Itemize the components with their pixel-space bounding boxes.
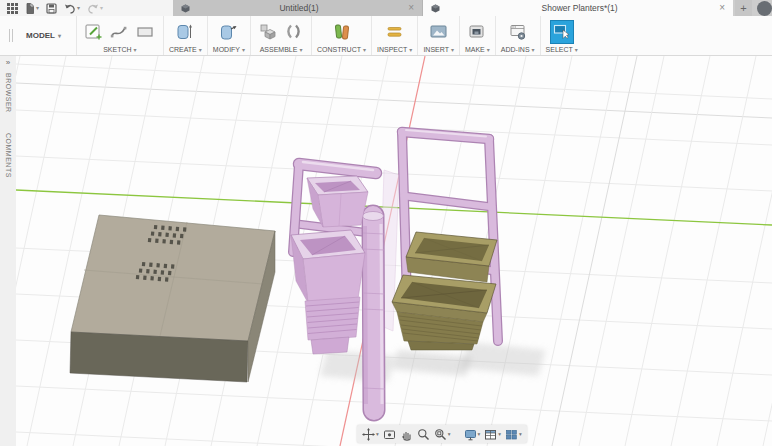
spline-button[interactable] [108,20,132,44]
redo-button[interactable]: ▾ [87,3,103,14]
tab-shower-planters[interactable]: Shower Planters*(1) × [423,0,733,16]
insert-image-button[interactable] [427,20,451,44]
group-sketch: SKETCH ▾ [76,16,163,55]
layout-grid-icon [484,428,497,441]
body-gray-drainage-tray[interactable] [70,215,275,382]
construction-plane-button[interactable] [330,20,354,44]
3d-print-icon [466,21,488,43]
scripts-addins-icon [507,21,529,43]
left-panel-rail: » BROWSER COMMENTS [0,56,16,446]
workspace-label: MODEL [26,31,55,40]
dropdown-caret: ▾ [448,431,451,437]
plus-icon: + [740,2,746,14]
group-insert: INSERT ▾ [417,16,459,55]
group-label-make[interactable]: MAKE ▾ [465,46,490,53]
select-button[interactable] [550,20,574,44]
zoom-button[interactable] [417,428,430,441]
pan-button[interactable] [400,428,413,441]
app-menu-button[interactable] [7,3,18,14]
dropdown-caret: ▾ [478,431,481,437]
tab-title: Untitled(1) [195,3,403,13]
dropdown-caret: ▾ [363,47,366,53]
group-label-add-ins[interactable]: ADD-INS ▾ [501,46,535,53]
create-form-icon [174,21,196,43]
group-make: MAKE ▾ [459,16,495,55]
display-settings-icon [464,428,477,441]
press-pull-button[interactable] [217,20,241,44]
fit-button[interactable]: ▾ [434,428,451,441]
sidebar-item-browser[interactable]: BROWSER [5,73,12,113]
zoom-icon [417,428,430,441]
dropdown-caret: ▾ [498,431,501,437]
save-icon [46,3,57,14]
undo-button[interactable]: ▾ [64,3,80,14]
close-icon[interactable]: × [719,3,725,13]
close-icon[interactable]: × [408,3,414,13]
document-cube-icon [181,4,190,13]
group-label-sketch[interactable]: SKETCH ▾ [103,46,136,53]
orbit-icon [362,428,375,441]
layout-grid-button[interactable]: ▾ [484,428,501,441]
joint-button[interactable] [282,20,306,44]
dropdown-caret: ▾ [451,47,454,53]
group-add-ins: ADD-INS ▾ [495,16,540,55]
pan-icon [400,428,413,441]
measure-icon [384,21,406,43]
front-column [363,212,386,411]
file-menu-button[interactable]: ▾ [25,3,39,14]
quick-access-toolbar: ▾ ▾ ▾ [0,0,173,16]
group-label-assemble[interactable]: ASSEMBLE ▾ [260,46,303,53]
new-component-button[interactable] [256,20,280,44]
orbit-button[interactable]: ▾ [362,428,379,441]
create-form-button[interactable] [173,20,197,44]
new-tab-button[interactable]: + [735,0,752,16]
ribbon-toolbar: MODEL ▾ [0,16,772,56]
insert-image-icon [428,21,450,43]
create-sketch-button[interactable] [82,20,106,44]
group-label-insert[interactable]: INSERT ▾ [423,46,454,53]
create-sketch-icon [83,21,105,43]
look-at-button[interactable] [383,428,396,441]
scripts-addins-button[interactable] [506,20,530,44]
dropdown-caret: ▾ [134,47,137,53]
new-component-icon [257,21,279,43]
avatar[interactable] [757,1,772,16]
construction-plane-icon [331,21,353,43]
group-create: CREATE ▾ [163,16,207,55]
joint-icon [283,21,305,43]
select-icon [551,21,573,43]
multiple-views-button[interactable]: ▾ [505,428,522,441]
3d-print-button[interactable] [465,20,489,44]
fit-icon [434,428,447,441]
tab-untitled[interactable]: Untitled(1) × [173,0,423,16]
spline-icon [109,21,131,43]
rectangle-button[interactable] [134,20,158,44]
toolbar-drag-handle[interactable] [9,29,13,42]
viewport-canvas[interactable] [16,56,772,446]
rectangle-icon [135,21,157,43]
app-grid-icon [7,3,18,14]
workspace-selector[interactable]: MODEL ▾ [21,28,66,43]
group-label-modify[interactable]: MODIFY ▾ [213,46,245,53]
dropdown-caret: ▾ [100,5,103,11]
save-button[interactable] [46,3,57,14]
group-label-inspect[interactable]: INSPECT ▾ [377,46,412,53]
expand-panel-icon[interactable]: » [6,59,10,67]
navigation-bar: ▾ [357,425,527,443]
dropdown-caret: ▾ [487,47,490,53]
document-cube-icon [431,4,440,13]
file-icon [25,3,35,14]
dropdown-caret: ▾ [376,431,379,437]
group-label-select[interactable]: SELECT ▾ [546,46,578,53]
group-label-construct[interactable]: CONSTRUCT ▾ [317,46,366,53]
group-label-create[interactable]: CREATE ▾ [169,46,202,53]
title-bar: ▾ ▾ ▾ [0,0,772,16]
dropdown-caret: ▾ [77,5,80,11]
dropdown-caret: ▾ [519,431,522,437]
sidebar-item-comments[interactable]: COMMENTS [5,133,12,178]
3d-viewport[interactable]: ▾ [16,56,772,446]
document-tabs: Untitled(1) × Shower Planters*(1) × + [173,0,772,16]
measure-button[interactable] [383,20,407,44]
undo-icon [64,3,76,14]
display-settings-button[interactable]: ▾ [464,428,481,441]
